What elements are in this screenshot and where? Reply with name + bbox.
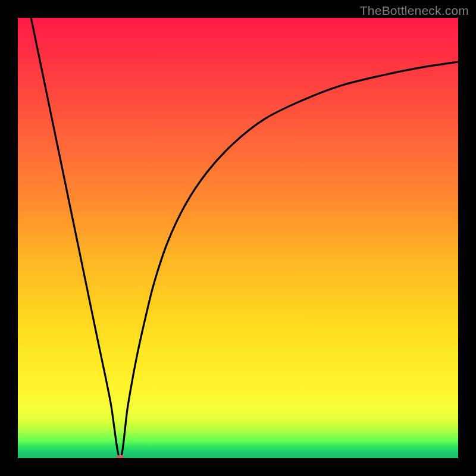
plot-area [18, 18, 458, 458]
bottleneck-curve [31, 18, 458, 458]
chart-frame: TheBottleneck.com [0, 0, 476, 476]
watermark-text: TheBottleneck.com [360, 4, 469, 18]
minimum-marker [116, 455, 124, 458]
curve-svg [18, 18, 458, 458]
